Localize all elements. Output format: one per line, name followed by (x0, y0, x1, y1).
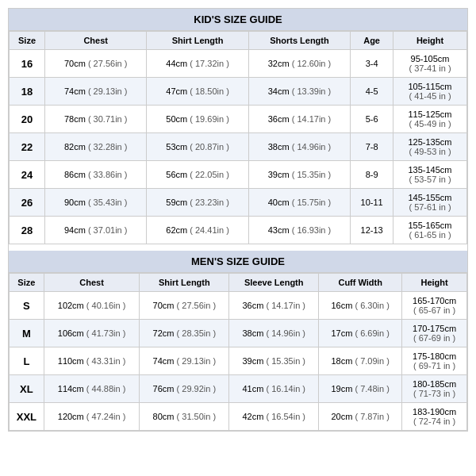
mens-size-cell: XL (10, 375, 44, 403)
kids-age-cell: 5-6 (351, 106, 393, 133)
kids-header-row: Size Chest Shirt Length Shorts Length Ag… (10, 32, 467, 50)
kids-chest-cell: 90cm ( 35.43in ) (44, 189, 146, 217)
mens-size-cell: XXL (10, 403, 44, 431)
mens-chest-cell: 106cm ( 41.73in ) (44, 320, 140, 347)
kids-age-cell: 3-4 (351, 50, 393, 78)
kids-shorts-length-cell: 32cm ( 12.60in ) (248, 50, 350, 78)
mens-sleeve-length-cell: 38cm ( 14.96in ) (229, 320, 319, 347)
mens-chest-cell: 120cm ( 47.24in ) (44, 403, 140, 431)
kids-age-cell: 7-8 (351, 133, 393, 161)
table-row: L 110cm ( 43.31in ) 74cm ( 29.13in ) 39c… (10, 347, 467, 375)
table-row: 20 78cm ( 30.71in ) 50cm ( 19.69in ) 36c… (10, 106, 467, 133)
kids-size-cell: 18 (10, 78, 45, 106)
kids-chest-cell: 82cm ( 32.28in ) (44, 133, 146, 161)
mens-cuff-width-cell: 19cm ( 7.48in ) (319, 375, 402, 403)
kids-size-cell: 22 (10, 133, 45, 161)
mens-col-shirt-length: Shirt Length (140, 274, 229, 292)
kids-size-cell: 24 (10, 161, 45, 189)
kids-shirt-length-cell: 56cm ( 22.05in ) (147, 161, 248, 189)
mens-sleeve-length-cell: 42cm ( 16.54in ) (229, 403, 319, 431)
kids-shorts-length-cell: 40cm ( 15.75in ) (248, 189, 350, 217)
kids-shorts-length-cell: 34cm ( 13.39in ) (248, 78, 350, 106)
mens-table: Size Chest Shirt Length Sleeve Length Cu… (9, 273, 467, 431)
mens-sleeve-length-cell: 41cm ( 16.14in ) (229, 375, 319, 403)
mens-header-row: Size Chest Shirt Length Sleeve Length Cu… (10, 274, 467, 292)
table-row: 16 70cm ( 27.56in ) 44cm ( 17.32in ) 32c… (10, 50, 467, 78)
table-row: XXL 120cm ( 47.24in ) 80cm ( 31.50in ) 4… (10, 403, 467, 431)
kids-section-title: KID'S SIZE GUIDE (9, 9, 467, 31)
table-row: 22 82cm ( 32.28in ) 53cm ( 20.87in ) 38c… (10, 133, 467, 161)
kids-shorts-length-cell: 43cm ( 16.93in ) (248, 217, 350, 244)
mens-height-cell: 175-180cm( 69-71 in ) (402, 347, 467, 375)
mens-shirt-length-cell: 70cm ( 27.56in ) (140, 292, 229, 320)
kids-shirt-length-cell: 44cm ( 17.32in ) (147, 50, 248, 78)
kids-col-size: Size (10, 32, 45, 50)
kids-shirt-length-cell: 62cm ( 24.41in ) (147, 217, 248, 244)
mens-col-sleeve-length: Sleeve Length (229, 274, 319, 292)
mens-height-cell: 170-175cm( 67-69 in ) (402, 320, 467, 347)
mens-col-chest: Chest (44, 274, 140, 292)
table-row: 18 74cm ( 29.13in ) 47cm ( 18.50in ) 34c… (10, 78, 467, 106)
kids-age-cell: 8-9 (351, 161, 393, 189)
kids-height-cell: 135-145cm( 53-57 in ) (393, 161, 467, 189)
mens-shirt-length-cell: 76cm ( 29.92in ) (140, 375, 229, 403)
mens-cuff-width-cell: 16cm ( 6.30in ) (319, 292, 402, 320)
kids-shorts-length-cell: 36cm ( 14.17in ) (248, 106, 350, 133)
mens-cuff-width-cell: 18cm ( 7.09in ) (319, 347, 402, 375)
mens-size-cell: L (10, 347, 44, 375)
kids-shorts-length-cell: 38cm ( 14.96in ) (248, 133, 350, 161)
mens-col-size: Size (10, 274, 44, 292)
kids-col-height: Height (393, 32, 467, 50)
mens-height-cell: 183-190cm( 72-74 in ) (402, 403, 467, 431)
mens-chest-cell: 102cm ( 40.16in ) (44, 292, 140, 320)
kids-shorts-length-cell: 39cm ( 15.35in ) (248, 161, 350, 189)
kids-col-chest: Chest (44, 32, 146, 50)
mens-section-title: MEN'S SIZE GUIDE (9, 251, 467, 273)
kids-height-cell: 95-105cm( 37-41 in ) (393, 50, 467, 78)
kids-age-cell: 10-11 (351, 189, 393, 217)
kids-age-cell: 4-5 (351, 78, 393, 106)
mens-col-height: Height (402, 274, 467, 292)
kids-chest-cell: 70cm ( 27.56in ) (44, 50, 146, 78)
mens-size-cell: M (10, 320, 44, 347)
mens-col-cuff-width: Cuff Width (319, 274, 402, 292)
mens-shirt-length-cell: 74cm ( 29.13in ) (140, 347, 229, 375)
mens-shirt-length-cell: 80cm ( 31.50in ) (140, 403, 229, 431)
table-row: S 102cm ( 40.16in ) 70cm ( 27.56in ) 36c… (10, 292, 467, 320)
kids-height-cell: 155-165cm( 61-65 in ) (393, 217, 467, 244)
kids-chest-cell: 94cm ( 37.01in ) (44, 217, 146, 244)
table-row: 26 90cm ( 35.43in ) 59cm ( 23.23in ) 40c… (10, 189, 467, 217)
kids-chest-cell: 74cm ( 29.13in ) (44, 78, 146, 106)
kids-size-cell: 16 (10, 50, 45, 78)
kids-size-cell: 20 (10, 106, 45, 133)
mens-chest-cell: 114cm ( 44.88in ) (44, 375, 140, 403)
kids-chest-cell: 86cm ( 33.86in ) (44, 161, 146, 189)
kids-shirt-length-cell: 47cm ( 18.50in ) (147, 78, 248, 106)
mens-cuff-width-cell: 20cm ( 7.87in ) (319, 403, 402, 431)
kids-height-cell: 125-135cm( 49-53 in ) (393, 133, 467, 161)
kids-chest-cell: 78cm ( 30.71in ) (44, 106, 146, 133)
kids-height-cell: 115-125cm( 45-49 in ) (393, 106, 467, 133)
table-row: XL 114cm ( 44.88in ) 76cm ( 29.92in ) 41… (10, 375, 467, 403)
kids-age-cell: 12-13 (351, 217, 393, 244)
kids-height-cell: 105-115cm( 41-45 in ) (393, 78, 467, 106)
mens-shirt-length-cell: 72cm ( 28.35in ) (140, 320, 229, 347)
mens-size-cell: S (10, 292, 44, 320)
kids-shirt-length-cell: 59cm ( 23.23in ) (147, 189, 248, 217)
mens-chest-cell: 110cm ( 43.31in ) (44, 347, 140, 375)
size-guide-container: KID'S SIZE GUIDE Size Chest Shirt Length… (8, 8, 468, 432)
kids-table: Size Chest Shirt Length Shorts Length Ag… (9, 31, 467, 244)
mens-sleeve-length-cell: 36cm ( 14.17in ) (229, 292, 319, 320)
kids-col-shorts-length: Shorts Length (248, 32, 350, 50)
kids-shirt-length-cell: 53cm ( 20.87in ) (147, 133, 248, 161)
kids-size-cell: 26 (10, 189, 45, 217)
mens-height-cell: 180-185cm( 71-73 in ) (402, 375, 467, 403)
mens-height-cell: 165-170cm( 65-67 in ) (402, 292, 467, 320)
kids-col-shirt-length: Shirt Length (147, 32, 248, 50)
kids-height-cell: 145-155cm( 57-61 in ) (393, 189, 467, 217)
mens-cuff-width-cell: 17cm ( 6.69in ) (319, 320, 402, 347)
kids-size-cell: 28 (10, 217, 45, 244)
table-row: 28 94cm ( 37.01in ) 62cm ( 24.41in ) 43c… (10, 217, 467, 244)
mens-sleeve-length-cell: 39cm ( 15.35in ) (229, 347, 319, 375)
kids-shirt-length-cell: 50cm ( 19.69in ) (147, 106, 248, 133)
